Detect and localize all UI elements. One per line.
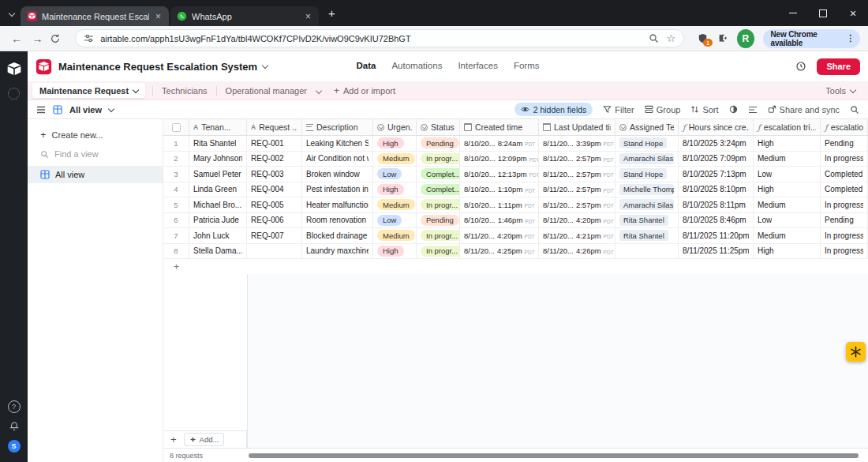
cell-request[interactable]: REQ-002 bbox=[247, 152, 302, 167]
row-number[interactable]: 4 bbox=[163, 182, 189, 197]
cell-updated[interactable]: 8/11/20...4:26pmPDT bbox=[539, 244, 615, 259]
table-tab-technicians[interactable]: Technicians bbox=[160, 86, 208, 96]
cell-hours[interactable]: 8/11/2025 11:25pm bbox=[679, 244, 754, 259]
cell-esc_trigger[interactable]: Medium bbox=[754, 228, 821, 243]
column-header-description[interactable]: Description bbox=[302, 119, 373, 135]
cell-status[interactable]: In progr... bbox=[417, 197, 460, 212]
cell-created[interactable]: 8/10/20...12:13pmPDT bbox=[460, 167, 539, 182]
chrome-menu-icon[interactable]: ⋮ bbox=[846, 33, 855, 43]
back-icon[interactable]: ← bbox=[8, 32, 25, 45]
tables-list-chevron-icon[interactable] bbox=[316, 87, 322, 93]
cell-tenant[interactable]: Samuel Peter bbox=[189, 167, 247, 182]
cell-urgency[interactable]: Low bbox=[373, 213, 417, 228]
cell-hours[interactable]: 8/11/2025 11:20pm bbox=[679, 228, 754, 243]
chrome-update-chip[interactable]: New Chrome available ⋮ bbox=[763, 29, 860, 48]
cell-hours[interactable]: 8/10/2025 3:24pm bbox=[679, 136, 754, 151]
share-button[interactable]: Share bbox=[817, 58, 860, 75]
extension-shield-icon[interactable]: 1 bbox=[697, 32, 709, 44]
cell-urgency[interactable]: Medium bbox=[373, 152, 417, 167]
history-icon[interactable] bbox=[795, 61, 806, 72]
sidebar-item-all-view[interactable]: All view bbox=[28, 166, 163, 183]
hidden-fields-button[interactable]: 2 hidden fields bbox=[514, 103, 593, 116]
add-or-import-button[interactable]: + Add or import bbox=[334, 85, 395, 96]
column-header-tenant[interactable]: ATenan... bbox=[189, 119, 247, 135]
cell-description[interactable]: Pest infestation in the... bbox=[302, 182, 373, 197]
cell-status[interactable]: In progr... bbox=[417, 228, 460, 243]
reload-icon[interactable] bbox=[50, 33, 67, 44]
cell-escalation[interactable]: Completed bbox=[821, 182, 868, 197]
help-icon[interactable]: ? bbox=[8, 400, 21, 413]
cell-tenant[interactable]: Patricia Jude bbox=[189, 213, 247, 228]
cell-description[interactable]: Broken window bbox=[302, 167, 373, 182]
cell-status[interactable]: Complet... bbox=[417, 182, 460, 197]
cell-request[interactable]: REQ-005 bbox=[247, 197, 302, 212]
cell-description[interactable]: Laundry maxchine no... bbox=[302, 244, 373, 259]
cell-status[interactable]: In progr... bbox=[417, 244, 460, 259]
cell-tenant[interactable]: John Luck bbox=[189, 228, 247, 243]
cell-urgency[interactable]: Low bbox=[373, 167, 417, 182]
bookmark-star-icon[interactable]: ☆ bbox=[666, 32, 675, 44]
cell-updated[interactable]: 8/11/20...3:39pmPDT bbox=[539, 136, 615, 151]
cell-assigned[interactable]: Rita Shantel bbox=[615, 213, 679, 228]
floating-extension-button[interactable] bbox=[846, 342, 866, 362]
cell-description[interactable]: Air Condition not wor... bbox=[302, 152, 373, 167]
group-button[interactable]: Group bbox=[645, 105, 681, 115]
row-number[interactable]: 7 bbox=[163, 228, 189, 243]
cell-tenant[interactable]: Linda Green bbox=[189, 182, 247, 197]
cell-created[interactable]: 8/10/20...1:11pmPDT bbox=[460, 197, 539, 212]
cell-escalation[interactable]: In progress bbox=[821, 152, 868, 167]
share-and-sync-button[interactable]: Share and sync bbox=[768, 105, 840, 115]
cell-assigned[interactable]: Stand Hope bbox=[615, 136, 679, 151]
cell-request[interactable]: REQ-006 bbox=[247, 213, 302, 228]
cell-updated[interactable]: 8/11/20...2:57pmPDT bbox=[539, 182, 615, 197]
column-header-hours[interactable]: ƒHours since cre... bbox=[679, 119, 754, 135]
new-tab-button[interactable]: + bbox=[328, 6, 335, 20]
view-sidebar-toggle-icon[interactable] bbox=[36, 106, 46, 114]
cell-request[interactable]: REQ-004 bbox=[247, 182, 302, 197]
column-header-escalation[interactable]: ƒescalation bbox=[821, 119, 868, 135]
cell-assigned[interactable]: Stand Hope bbox=[615, 167, 679, 182]
cell-description[interactable]: Room renovation bbox=[302, 213, 373, 228]
cell-updated[interactable]: 8/11/20...2:57pmPDT bbox=[539, 152, 615, 167]
table-tab-chevron-icon[interactable] bbox=[133, 86, 139, 92]
browser-tab-airtable[interactable]: Maintenance Request Escalatio × bbox=[21, 6, 169, 26]
cell-assigned[interactable]: Michelle Thompson bbox=[615, 182, 679, 197]
horizontal-scrollbar[interactable] bbox=[249, 453, 859, 458]
column-header-request[interactable]: ARequest ... bbox=[247, 119, 302, 135]
cell-description[interactable]: Leaking Kitchen Sink bbox=[302, 136, 373, 151]
cell-tenant[interactable]: Stella Dama... bbox=[189, 244, 247, 259]
cell-status[interactable]: Pending bbox=[417, 136, 460, 151]
tab-forms[interactable]: Forms bbox=[514, 61, 540, 70]
select-all-checkbox[interactable] bbox=[172, 123, 181, 132]
cell-created[interactable]: 8/10/20...1:46pmPDT bbox=[460, 213, 539, 228]
zoom-icon[interactable] bbox=[649, 33, 659, 43]
current-view-name[interactable]: All view bbox=[69, 105, 102, 115]
cell-description[interactable]: Heater malfunction bbox=[302, 197, 373, 212]
cell-urgency[interactable]: High bbox=[373, 182, 417, 197]
filter-button[interactable]: Filter bbox=[603, 105, 634, 115]
cell-urgency[interactable]: Medium bbox=[373, 228, 417, 243]
column-header-assigned[interactable]: Assigned Te... bbox=[615, 119, 679, 135]
cell-escalation[interactable]: In progress bbox=[821, 228, 868, 243]
cell-request[interactable] bbox=[247, 244, 302, 259]
tab-data[interactable]: Data bbox=[357, 61, 376, 70]
close-tab-icon[interactable]: × bbox=[304, 11, 312, 22]
base-title-chevron-icon[interactable] bbox=[262, 62, 268, 69]
cell-urgency[interactable]: Medium bbox=[373, 197, 417, 212]
table-tab-maintenance-request[interactable]: Maintenance Request bbox=[32, 83, 145, 98]
profile-avatar[interactable]: R bbox=[737, 29, 754, 48]
base-title[interactable]: Maintenance Request Escalation System bbox=[58, 61, 257, 73]
cell-hours[interactable]: 8/10/2025 7:09pm bbox=[679, 152, 754, 167]
color-button[interactable] bbox=[729, 105, 738, 114]
row-number[interactable]: 5 bbox=[163, 197, 189, 212]
sort-button[interactable]: Sort bbox=[690, 105, 718, 115]
site-settings-icon[interactable] bbox=[84, 33, 94, 43]
column-header-updated[interactable]: Last Updated time bbox=[539, 119, 615, 135]
cell-updated[interactable]: 8/11/20...4:21pmPDT bbox=[539, 228, 615, 243]
column-header-urgency[interactable]: Urgen... bbox=[373, 119, 417, 135]
find-view-input[interactable]: Find a view bbox=[40, 149, 163, 159]
cell-created[interactable]: 8/11/20...4:20pmPDT bbox=[460, 228, 539, 243]
cell-created[interactable]: 8/11/20...4:25pmPDT bbox=[460, 244, 539, 259]
cell-tenant[interactable]: Mary Johnson bbox=[189, 152, 247, 167]
cell-created[interactable]: 8/10/20...12:09pmPDT bbox=[460, 152, 539, 167]
